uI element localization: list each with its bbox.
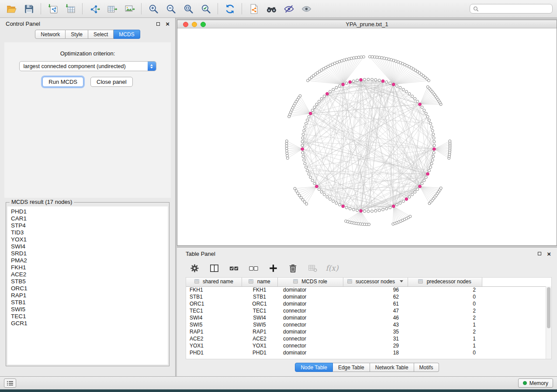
close-panel-icon[interactable]: × (166, 21, 170, 27)
tab-network[interactable]: Network (35, 30, 66, 39)
table-options-button[interactable] (188, 262, 201, 274)
optimization-criterion-label: Optimization criterion: (4, 50, 171, 57)
zoom-selected-icon (201, 3, 211, 14)
table-row[interactable]: TEC1TEC1connector 472 (186, 307, 551, 314)
tab-node-table[interactable]: Node Table (295, 363, 333, 372)
scrollbar-thumb[interactable] (547, 287, 550, 328)
window-maximize-icon[interactable] (201, 22, 206, 27)
deselect-all-columns-button[interactable] (247, 262, 259, 274)
list-item[interactable]: SWI5 (11, 306, 168, 313)
column-header-mcds-role[interactable]: MCDS role (277, 278, 343, 286)
tab-style[interactable]: Style (66, 30, 88, 39)
close-panel-button[interactable]: Close panel (90, 77, 133, 87)
gear-icon (190, 263, 200, 273)
optimization-select[interactable]: largest connected component (undirected) (19, 61, 156, 71)
list-item[interactable]: YOX1 (11, 236, 168, 243)
network-canvas[interactable] (177, 28, 557, 245)
list-item[interactable]: TEC1 (11, 313, 168, 320)
tab-network-table[interactable]: Network Table (370, 363, 414, 372)
list-item[interactable]: SWI4 (11, 243, 168, 250)
list-item[interactable]: TID3 (11, 229, 168, 236)
save-session-button[interactable] (20, 1, 38, 16)
tab-mcds[interactable]: MCDS (114, 30, 140, 39)
list-item[interactable]: SRD1 (11, 250, 168, 257)
select-stepper-icon (148, 62, 156, 71)
export-network-icon (89, 3, 100, 14)
memory-button[interactable]: Memory (518, 378, 553, 388)
table-row[interactable]: ACE2ACE2connector 311 (186, 335, 551, 342)
run-mcds-button[interactable]: Run MCDS (42, 77, 83, 87)
list-item[interactable]: FKH1 (11, 264, 168, 271)
export-network-button[interactable] (86, 1, 103, 16)
table-row[interactable]: SWI5SWI5connector 431 (186, 321, 551, 328)
share-document-button[interactable] (245, 1, 263, 16)
column-header-filler (482, 278, 551, 286)
find-in-network-button[interactable] (263, 1, 280, 16)
select-all-icon (229, 263, 239, 273)
list-item[interactable]: PHD1 (11, 208, 168, 215)
float-panel-icon[interactable] (156, 22, 160, 26)
delete-column-button[interactable] (287, 262, 299, 274)
show-columns-button[interactable] (208, 262, 220, 274)
table-panel: Table Panel × (177, 247, 557, 376)
tab-motifs[interactable]: Motifs (414, 363, 439, 372)
apply-layout-button[interactable] (221, 1, 239, 16)
zoom-selected-button[interactable] (197, 1, 214, 16)
window-minimize-icon[interactable] (192, 22, 197, 27)
close-panel-icon[interactable]: × (547, 251, 551, 257)
list-item[interactable]: ACE2 (11, 271, 168, 278)
network-window-titlebar[interactable]: YPA_prune.txt_1 (177, 20, 557, 28)
list-item[interactable]: STP4 (11, 222, 168, 229)
list-item[interactable]: STB1 (11, 299, 168, 306)
zoom-fit-button[interactable] (180, 1, 197, 16)
import-table-button[interactable] (62, 1, 79, 16)
column-type-icon (249, 279, 253, 285)
list-item[interactable]: CAR1 (11, 215, 168, 222)
table-scrollbar[interactable] (546, 286, 551, 359)
table-row[interactable]: STB1STB1dominator 620 (186, 293, 551, 300)
export-image-button[interactable] (121, 1, 138, 16)
list-item[interactable]: RAP1 (11, 292, 168, 299)
open-file-button[interactable] (3, 1, 20, 16)
memory-status-icon (523, 381, 527, 385)
control-panel: Control Panel × Network Style Select MCD… (0, 18, 176, 376)
task-history-button[interactable] (4, 378, 16, 388)
list-item[interactable]: PMA2 (11, 257, 168, 264)
toolbar-search (470, 4, 553, 14)
table-row[interactable]: SWI4SWI4dominator 462 (186, 314, 551, 321)
table-row[interactable]: RAP1RAP1dominator 352 (186, 328, 551, 335)
open-folder-icon (6, 3, 17, 14)
mcds-result-title: MCDS result (17 nodes) (10, 199, 74, 205)
tab-edge-table[interactable]: Edge Table (333, 363, 370, 372)
table-row[interactable]: YOX1YOX1connector 291 (186, 342, 551, 349)
window-close-icon[interactable] (183, 22, 188, 27)
float-panel-icon[interactable] (538, 252, 541, 255)
column-header-shared-name[interactable]: shared name (186, 278, 242, 286)
select-all-columns-button[interactable] (228, 262, 240, 274)
memory-label: Memory (529, 380, 548, 386)
hide-selected-button[interactable] (280, 1, 298, 16)
column-header-predecessor-nodes[interactable]: predecessor nodes (408, 278, 482, 286)
create-column-button[interactable] (267, 262, 279, 274)
list-item[interactable]: STB5 (11, 278, 168, 285)
main-toolbar (0, 0, 557, 18)
list-item[interactable]: GCR1 (11, 320, 168, 327)
function-icon: f(x) (325, 264, 338, 272)
table-row[interactable]: FKH1FKH1dominator 962 (186, 286, 551, 293)
function-builder-button: f(x) (326, 262, 338, 274)
table-row[interactable]: ORC1ORC1dominator 610 (186, 300, 551, 307)
column-header-name[interactable]: name (242, 278, 277, 286)
network-window: YPA_prune.txt_1 (177, 20, 557, 246)
columns-icon (209, 263, 219, 273)
search-input[interactable] (481, 6, 549, 12)
zoom-out-button[interactable] (162, 1, 180, 16)
tab-select[interactable]: Select (88, 30, 114, 39)
import-network-button[interactable] (44, 1, 62, 16)
eye-slash-icon (284, 3, 294, 14)
list-item[interactable]: ORC1 (11, 285, 168, 292)
zoom-in-button[interactable] (145, 1, 162, 16)
export-table-button[interactable] (103, 1, 121, 16)
column-header-successor-nodes[interactable]: successor nodes (343, 278, 408, 286)
show-all-button[interactable] (298, 1, 315, 16)
table-row[interactable]: PHD1PHD1dominator 180 (186, 349, 551, 356)
